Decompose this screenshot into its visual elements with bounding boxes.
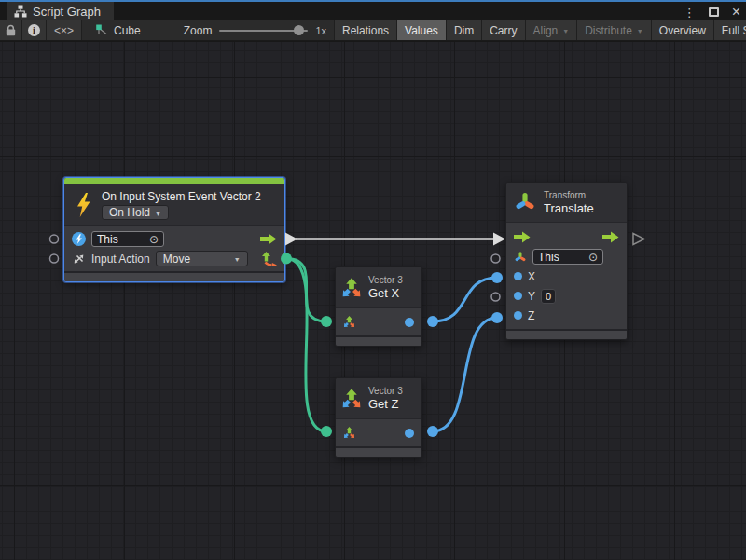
getz-title: Get Z: [368, 397, 403, 411]
vector3-input-port-icon[interactable]: [343, 427, 355, 439]
getx-node-header: Vector 3 Get X: [336, 267, 421, 308]
zoom-control: Zoom 1x: [176, 20, 334, 40]
overview-button[interactable]: Overview: [651, 20, 713, 40]
transform-target-field[interactable]: This ⊙: [532, 249, 603, 265]
window-menu-icon[interactable]: ⋮: [684, 7, 696, 19]
input-action-icon: [72, 253, 86, 266]
getz-port-row: [336, 419, 421, 446]
event-accent-bar: [64, 178, 284, 184]
flow-output-arrow-icon[interactable]: [602, 231, 619, 243]
chevron-down-icon: ▼: [234, 256, 241, 263]
object-picker-icon[interactable]: ⊙: [588, 252, 598, 263]
input-action-dropdown[interactable]: Move ▼: [156, 251, 248, 266]
getz-category: Vector 3: [368, 386, 403, 396]
flow-output-arrow-icon[interactable]: [260, 233, 277, 245]
transform-node-footer: [506, 329, 627, 339]
values-button[interactable]: Values: [396, 20, 446, 40]
node-on-input-system-event[interactable]: On Input System Event Vector 2 On Hold ▼…: [63, 177, 285, 282]
lock-button[interactable]: [0, 20, 22, 40]
getx-title: Get X: [368, 286, 403, 300]
getz-node-footer: [336, 446, 421, 457]
dim-button[interactable]: Dim: [446, 20, 481, 40]
distribute-button: Distribute▼: [576, 20, 651, 40]
overview-label: Overview: [659, 24, 706, 37]
toolbar-toggle-group: Relations Values Dim Carry Align▼ Distri…: [334, 20, 746, 40]
zoom-slider-handle[interactable]: [294, 25, 304, 35]
x-input-port[interactable]: [514, 272, 522, 280]
tab-title: Script Graph: [33, 5, 101, 19]
x-port-label: X: [528, 270, 535, 283]
event-target-value: This: [97, 233, 118, 246]
dim-label: Dim: [454, 24, 474, 37]
transform-target-row: This ⊙: [506, 247, 627, 266]
input-action-value: Move: [163, 253, 190, 266]
getx-port-row: [336, 308, 421, 335]
graph-selector[interactable]: Cube: [82, 20, 150, 40]
transform-target-value: This: [538, 251, 560, 264]
getz-node-header: Vector 3 Get Z: [336, 378, 421, 419]
tab-script-graph[interactable]: Script Graph: [7, 2, 114, 20]
zoom-value: 1x: [315, 25, 326, 36]
inspector-toggle-button[interactable]: <×>: [47, 20, 82, 40]
event-target-field[interactable]: This ⊙: [91, 231, 164, 247]
zoom-slider[interactable]: [219, 30, 308, 32]
y-port-label: Y: [528, 290, 535, 303]
event-node-ports: This ⊙ Input Action Move ▼: [64, 226, 284, 271]
event-mode-value: On Hold: [109, 206, 150, 219]
align-label: Align: [533, 24, 559, 37]
relations-label: Relations: [342, 24, 389, 37]
transform-x-row: X: [506, 266, 627, 286]
transform-node-ports: This ⊙ X Y 0 Z: [506, 223, 627, 329]
title-bar: Script Graph ⋮ ×: [0, 2, 746, 20]
node-vector3-get-z[interactable]: Vector 3 Get Z: [335, 377, 422, 458]
z-port-label: Z: [528, 309, 534, 322]
transform-category: Transform: [544, 190, 594, 200]
node-vector3-get-x[interactable]: Vector 3 Get X: [335, 266, 422, 347]
getx-float-output-port[interactable]: [405, 318, 414, 327]
relations-button[interactable]: Relations: [334, 20, 396, 40]
transform-port-icon: [514, 251, 527, 264]
carry-label: Carry: [490, 24, 517, 37]
fullscreen-label: Full Screen: [722, 24, 746, 37]
window-controls: ⋮ ×: [684, 4, 740, 20]
maximize-icon[interactable]: [709, 7, 719, 17]
distribute-label: Distribute: [585, 24, 632, 37]
y-value-field[interactable]: 0: [541, 289, 556, 304]
node-transform-translate[interactable]: Transform Translate This ⊙: [505, 182, 628, 340]
zoom-label: Zoom: [184, 24, 213, 37]
lock-icon: [6, 24, 16, 36]
transform-icon: [514, 191, 536, 213]
object-picker-icon[interactable]: ⊙: [149, 234, 159, 245]
transform-node-header: Transform Translate: [506, 183, 627, 223]
event-target-icon: [72, 232, 86, 246]
event-node-header: On Input System Event Vector 2 On Hold ▼: [64, 184, 284, 226]
carry-button[interactable]: Carry: [481, 20, 524, 40]
chevron-down-icon: ▼: [155, 211, 161, 217]
y-input-port[interactable]: [514, 292, 522, 300]
event-target-row: This ⊙: [64, 229, 284, 249]
info-icon: i: [28, 24, 40, 36]
event-action-label: Input Action: [91, 253, 150, 266]
info-button[interactable]: i: [22, 20, 47, 40]
code-brackets-icon: <×>: [54, 24, 74, 37]
event-action-row: Input Action Move ▼: [64, 249, 284, 268]
getx-category: Vector 3: [368, 275, 403, 285]
transform-y-row: Y 0: [506, 286, 627, 306]
transform-flow-row: [506, 227, 627, 247]
chevron-down-icon: ▼: [562, 28, 569, 34]
window-focus-line: [0, 0, 746, 2]
graph-name-label: Cube: [114, 24, 141, 37]
flow-input-arrow-icon[interactable]: [514, 231, 531, 243]
values-label: Values: [405, 24, 438, 37]
getx-node-footer: [336, 335, 421, 346]
close-icon[interactable]: ×: [732, 5, 740, 20]
z-input-port[interactable]: [514, 311, 522, 320]
event-node-title: On Input System Event Vector 2: [102, 190, 261, 203]
event-node-footer: [64, 271, 284, 281]
graph-toolbar: i <×> Cube Zoom 1x Relations Values Dim …: [0, 20, 746, 41]
getz-float-output-port[interactable]: [405, 429, 414, 438]
event-mode-dropdown[interactable]: On Hold ▼: [102, 205, 169, 220]
vector3-input-port-icon[interactable]: [343, 316, 355, 328]
fullscreen-button[interactable]: Full Screen: [713, 20, 746, 40]
vector2-output-icon[interactable]: [262, 252, 277, 266]
